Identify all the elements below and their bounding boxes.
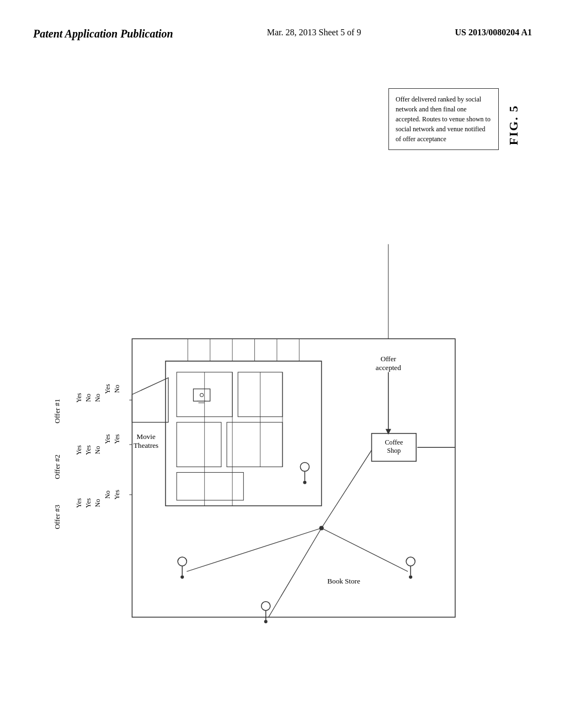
sheet-info: Mar. 28, 2013 Sheet 5 of 9 [267, 28, 361, 38]
route-line2 [269, 528, 322, 618]
svg-text:No: No [104, 491, 111, 499]
location-pin2-dot [264, 620, 268, 623]
location-pin3-dot [409, 575, 412, 579]
location-pin1 [178, 557, 186, 566]
offer2-label: Offer #2 [53, 454, 61, 479]
location-pin4 [300, 462, 309, 471]
location-pin3 [406, 557, 415, 566]
svg-text:Yes: Yes [104, 434, 111, 444]
offer1-label: Offer #1 [53, 399, 61, 424]
location-pin4-dot [303, 481, 306, 484]
svg-text:Yes: Yes [113, 490, 121, 500]
offer2-v2: Yes [84, 445, 92, 455]
offer2-v3: No [94, 446, 102, 454]
offer-accepted-label2: accepted [376, 363, 401, 372]
offer-accepted-label1: Offer [381, 355, 397, 363]
patent-number: US 2013/0080204 A1 [455, 28, 532, 38]
route-to-coffee [322, 450, 372, 528]
coffee-shop-label2: Shop [387, 447, 401, 454]
room5 [177, 473, 243, 500]
room3 [177, 422, 221, 467]
location-pin2 [262, 602, 270, 611]
device-circle [200, 393, 204, 397]
offer1-v3: No [94, 394, 102, 402]
device-icon [193, 389, 210, 401]
page-header: Patent Application Publication Mar. 28, … [0, 28, 565, 40]
offer3-v3: No [94, 499, 102, 507]
intersection-node [319, 526, 324, 530]
svg-text:No: No [113, 385, 121, 393]
location-pin1-dot [180, 575, 184, 579]
left-wing [132, 378, 168, 422]
offer3-label: Offer #3 [53, 505, 61, 529]
offer2-v1: Yes [75, 445, 83, 455]
room4 [227, 422, 282, 467]
movie-theatres-label2: Theatres [134, 441, 158, 449]
book-store-label: Book Store [327, 577, 360, 585]
route-line3 [322, 528, 408, 572]
offer1-v1: Yes [75, 393, 83, 403]
movie-theatres-label: Movie [137, 432, 156, 441]
offer3-v2: Yes [84, 498, 92, 508]
svg-text:Yes: Yes [113, 434, 121, 444]
diagram-svg: Offer #1 Offer #2 Offer #3 Yes No No Yes… [33, 88, 532, 673]
offer1-v2: No [84, 394, 92, 402]
route-line1 [186, 528, 321, 572]
coffee-shop-label1: Coffee [385, 438, 403, 446]
offer3-v1: Yes [75, 498, 83, 508]
svg-text:Yes: Yes [104, 384, 111, 394]
publication-title: Patent Application Publication [33, 28, 173, 40]
diagram-area: FIG. 5 Offer delivered ranked by social … [33, 88, 532, 673]
